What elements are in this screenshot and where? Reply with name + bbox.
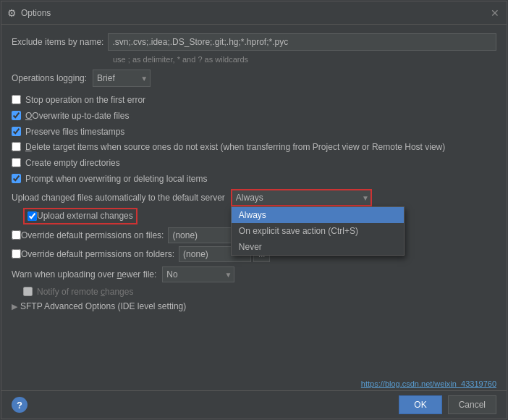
upload-external-checkbox[interactable]	[27, 211, 37, 221]
exclude-input[interactable]	[108, 33, 496, 51]
warn-newer-label: Warn when uploading over newer file:	[12, 269, 156, 280]
title-bar: ⚙ Options ✕	[1, 1, 507, 25]
warn-newer-row: Warn when uploading over newer file: No …	[12, 266, 496, 282]
help-button[interactable]: ?	[12, 397, 27, 413]
permissions-folders-checkbox[interactable]	[12, 249, 21, 259]
prompt-overwrite-checkbox[interactable]	[12, 174, 21, 183]
logging-select[interactable]: Brief None Full	[93, 70, 151, 87]
prompt-overwrite-label: Prompt when overwriting or deleting loca…	[25, 173, 207, 185]
title-bar-left: ⚙ Options	[7, 7, 51, 19]
delete-checkbox[interactable]	[12, 142, 21, 151]
close-button[interactable]: ✕	[489, 7, 501, 19]
notify-remote-checkbox[interactable]	[23, 287, 33, 296]
permissions-files-label: Override default permissions on files:	[21, 230, 164, 240]
warn-newer-select[interactable]: No Yes	[162, 266, 234, 282]
stop-operation-row: Stop operation on the first error	[12, 94, 496, 106]
delete-row: Delete target items when source ones do …	[12, 141, 496, 154]
sftp-row: ▶ SFTP Advanced Options (IDE level setti…	[12, 301, 496, 311]
permissions-files-checkbox[interactable]	[12, 230, 21, 240]
stop-operation-checkbox[interactable]	[12, 95, 21, 104]
ok-button[interactable]: OK	[399, 395, 441, 414]
delete-label: Delete target items when source ones do …	[25, 141, 445, 154]
options-dialog: ⚙ Options ✕ Exclude items by name: use ;…	[1, 1, 507, 419]
dropdown-item-never[interactable]: Never	[232, 239, 404, 255]
dropdown-item-always[interactable]: Always	[232, 207, 404, 223]
exclude-row: Exclude items by name:	[12, 33, 496, 51]
create-empty-row: Create empty directories	[12, 157, 496, 169]
dialog-footer: ? OK Cancel	[1, 390, 507, 419]
footer-right: OK Cancel	[399, 395, 496, 414]
dropdown-item-explicit-save[interactable]: On explicit save action (Ctrl+S)	[232, 223, 404, 239]
warn-newer-select-wrapper: No Yes ▼	[162, 266, 234, 282]
dialog-icon: ⚙	[7, 7, 17, 19]
watermark: https://blog.csdn.net/weixin_43319760	[361, 379, 496, 388]
sftp-arrow-icon: ▶	[12, 302, 17, 311]
prompt-overwrite-row: Prompt when overwriting or deleting loca…	[12, 173, 496, 185]
create-empty-checkbox[interactable]	[12, 158, 21, 167]
create-empty-label: Create empty directories	[25, 157, 120, 169]
cancel-button[interactable]: Cancel	[448, 395, 496, 414]
footer-left: ?	[12, 397, 27, 413]
notify-remote-label: Notify of remote changes	[37, 286, 133, 298]
sftp-label: SFTP Advanced Options (IDE level setting…	[20, 301, 186, 311]
preserve-label: Preserve files timestamps	[25, 126, 124, 138]
logging-select-wrapper: Brief None Full ▼	[93, 70, 151, 87]
preserve-checkbox[interactable]	[12, 127, 21, 136]
auto-upload-dropdown-menu: Always On explicit save action (Ctrl+S) …	[231, 206, 405, 256]
stop-operation-label: Stop operation on the first error	[25, 94, 145, 106]
auto-upload-select[interactable]: Always On explicit save action (Ctrl+S) …	[231, 189, 372, 206]
upload-external-label: Upload external changes	[37, 210, 133, 222]
auto-upload-dropdown-wrapper: Always On explicit save action (Ctrl+S) …	[231, 189, 372, 206]
permissions-folders-label: Override default permissions on folders:	[21, 249, 174, 259]
preserve-row: Preserve files timestamps	[12, 126, 496, 138]
dialog-title: Options	[21, 8, 51, 18]
overwrite-label: OOverwrite up-to-date files	[25, 110, 129, 122]
logging-row: Operations logging: Brief None Full ▼	[12, 70, 496, 87]
overwrite-row: OOverwrite up-to-date files	[12, 110, 496, 122]
upload-external-highlight: Upload external changes	[23, 208, 137, 224]
auto-upload-label: Upload changed files automatically to th…	[12, 193, 225, 203]
logging-label: Operations logging:	[12, 73, 87, 83]
notify-remote-row: Notify of remote changes	[12, 286, 496, 298]
permissions-files-input[interactable]	[168, 227, 240, 243]
dialog-content: Exclude items by name: use ; as delimite…	[1, 25, 507, 390]
exclude-hint: use ; as delimiter, * and ? as wildcards	[113, 55, 496, 64]
exclude-label: Exclude items by name:	[12, 37, 103, 47]
auto-upload-row: Upload changed files automatically to th…	[12, 189, 496, 206]
overwrite-checkbox[interactable]	[12, 111, 21, 120]
